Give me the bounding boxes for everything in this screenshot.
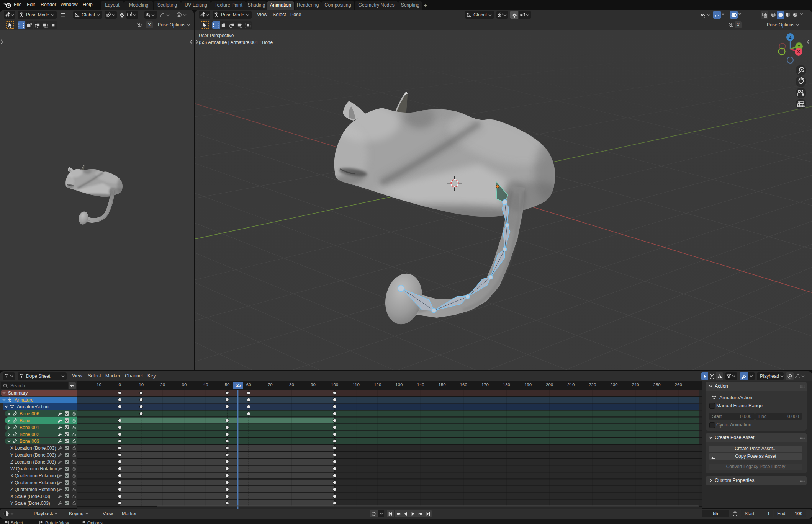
svg-text:(55) Armature | Armature.001 :: (55) Armature | Armature.001 : Bone <box>199 40 273 45</box>
svg-text:User Perspective: User Perspective <box>199 33 234 38</box>
svg-text:Z: Z <box>789 35 792 39</box>
svg-text:X: X <box>797 49 800 54</box>
